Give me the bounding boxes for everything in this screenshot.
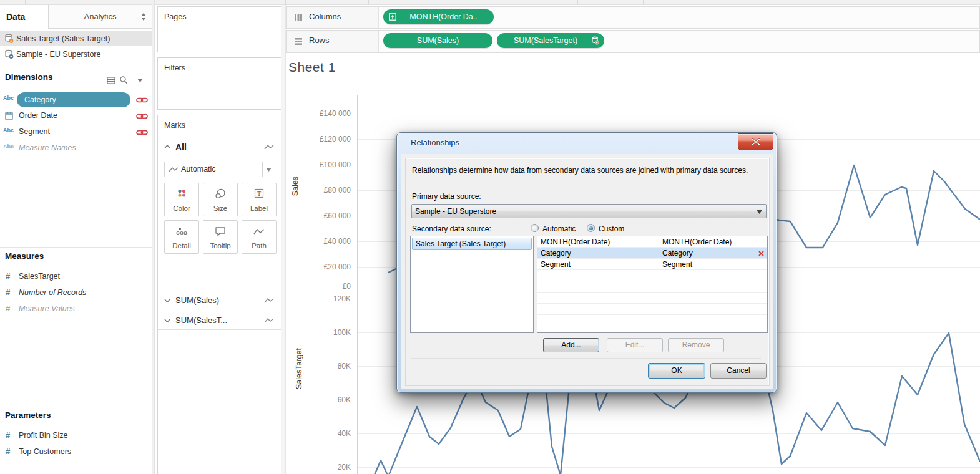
measure-salestarget[interactable]: # SalesTarget: [0, 269, 152, 285]
dialog-description: Relationships determine how data from se…: [412, 165, 752, 176]
columns-shelf-label-cell: Columns: [287, 7, 379, 28]
mapping-row-selected[interactable]: Category Category: [537, 248, 767, 259]
detail-icon: [165, 226, 198, 238]
tab-data[interactable]: Data: [0, 5, 49, 29]
primary-source-dropdown[interactable]: Sample - EU Superstore: [411, 204, 767, 218]
chevron-down-icon[interactable]: [137, 79, 143, 82]
custom-radio[interactable]: [587, 224, 595, 232]
marks-all-section[interactable]: All: [158, 138, 282, 159]
path-icon: [242, 226, 276, 238]
add-button[interactable]: Add...: [543, 338, 599, 352]
toolbar-strip: [0, 0, 980, 5]
sales-axis-title[interactable]: Sales: [291, 177, 300, 196]
path-button[interactable]: Path: [242, 220, 277, 254]
dimension-category[interactable]: Abc Category: [0, 92, 152, 108]
remove-mapping-icon[interactable]: [758, 251, 764, 256]
label-label: Label: [242, 205, 276, 212]
pages-shelf[interactable]: Pages: [157, 6, 282, 52]
category-selected-pill[interactable]: Category: [17, 92, 130, 107]
marks-all-label: All: [175, 142, 187, 152]
secondary-source-item[interactable]: Sales Target (Sales Target): [412, 238, 532, 250]
tab-analytics[interactable]: Analytics: [49, 5, 152, 29]
close-button[interactable]: [738, 133, 773, 150]
axis-tick: £120 000: [320, 135, 351, 143]
primary-field: Category: [541, 249, 571, 258]
sum-sales-section[interactable]: SUM(Sales): [158, 291, 282, 310]
path-label: Path: [242, 242, 276, 249]
pane-collapse-icon[interactable]: [140, 12, 149, 22]
pill-label: SUM(Sales): [417, 36, 459, 45]
mapping-row[interactable]: MONTH(Order Date) MONTH(Order Date): [537, 236, 767, 248]
cancel-button[interactable]: Cancel: [710, 363, 767, 379]
mark-type-dropdown[interactable]: Automatic: [164, 162, 275, 177]
abc-icon: Abc: [3, 127, 16, 137]
measure-number-of-records[interactable]: # Number of Records: [0, 285, 152, 301]
pages-label: Pages: [164, 12, 186, 21]
filters-shelf[interactable]: Filters: [157, 57, 282, 110]
parameter-profit-bin-size[interactable]: # Profit Bin Size: [0, 428, 152, 444]
filters-label: Filters: [164, 64, 185, 72]
chevron-down-icon[interactable]: [164, 319, 170, 322]
tooltip-button[interactable]: Tooltip: [203, 220, 238, 254]
label-button[interactable]: T Label: [242, 183, 277, 216]
link-icon[interactable]: [136, 129, 148, 136]
datasource-sales-target[interactable]: Sales Target (Sales Target): [0, 31, 152, 46]
dimension-segment[interactable]: Abc Segment: [0, 124, 152, 140]
rows-shelf[interactable]: Rows SUM(Sales) SUM(SalesTarget): [286, 30, 980, 53]
chevron-up-icon[interactable]: [164, 145, 170, 148]
rows-label: Rows: [309, 36, 330, 45]
dimension-order-date[interactable]: Order Date: [0, 108, 152, 124]
custom-radio-label[interactable]: Custom: [599, 225, 624, 233]
chevron-down-icon[interactable]: [164, 299, 170, 302]
axis-tick: 80K: [338, 362, 351, 370]
parameter-top-customers[interactable]: # Top Customers: [0, 444, 152, 460]
line-mark-icon: [264, 317, 274, 324]
field-mapping-table[interactable]: MONTH(Order Date) MONTH(Order Date) Cate…: [537, 236, 768, 333]
pill-month-order-date[interactable]: MONTH(Order Da..: [383, 9, 494, 24]
mapping-row-empty: [537, 315, 767, 326]
dimensions-header: Dimensions: [5, 72, 53, 82]
remove-button[interactable]: Remove: [668, 338, 724, 352]
view-data-grid-icon[interactable]: [107, 76, 116, 85]
abc-icon: Abc: [3, 143, 16, 153]
panel-splitter[interactable]: [152, 0, 155, 474]
dimension-measure-names[interactable]: Abc Measure Names: [0, 140, 152, 157]
color-button[interactable]: Color: [164, 183, 199, 216]
datasource-eu-superstore[interactable]: Sample - EU Superstore: [0, 47, 152, 62]
hash-icon: #: [6, 430, 18, 440]
pill-sum-salestarget[interactable]: SUM(SalesTarget): [497, 33, 604, 48]
automatic-radio[interactable]: [531, 224, 539, 232]
secondary-source-label: Secondary data source:: [412, 225, 491, 233]
primary-source-value: Sample - EU Superstore: [415, 207, 496, 216]
hash-icon: #: [6, 271, 18, 281]
detail-button[interactable]: Detail: [164, 220, 199, 254]
edit-button[interactable]: Edit...: [607, 338, 663, 352]
secondary-source-list[interactable]: Sales Target (Sales Target): [410, 236, 534, 333]
dropdown-button[interactable]: [262, 162, 275, 177]
mapping-row[interactable]: Segment Segment: [537, 259, 767, 270]
axis-tick: £0: [343, 282, 351, 291]
salestarget-axis-title[interactable]: SalesTarget: [295, 348, 303, 389]
search-icon[interactable]: [119, 75, 128, 85]
mapping-row-empty: [537, 293, 767, 304]
size-button[interactable]: Size: [203, 183, 238, 216]
ok-button[interactable]: OK: [648, 363, 705, 379]
measure-measure-values[interactable]: # Measure Values: [0, 301, 152, 317]
axis-tick: 100K: [333, 328, 351, 337]
panel-splitter[interactable]: [281, 5, 286, 474]
tableau-window: Data Analytics Sales Target (Sales Targe…: [0, 0, 980, 474]
link-icon[interactable]: [136, 97, 148, 104]
axis-tick: £80 000: [324, 186, 351, 195]
sheet-title[interactable]: Sheet 1: [288, 60, 336, 75]
sum-salestarget-section[interactable]: SUM(SalesT...: [158, 311, 282, 330]
automatic-radio-label[interactable]: Automatic: [542, 225, 576, 233]
columns-shelf[interactable]: Columns MONTH(Order Da..: [286, 6, 980, 29]
link-icon[interactable]: [136, 113, 148, 120]
pill-sum-sales[interactable]: SUM(Sales): [383, 33, 492, 48]
dialog-title: Relationships: [411, 138, 459, 147]
line-mark-icon: [169, 167, 179, 173]
divider: [411, 358, 761, 359]
parameters-header: Parameters: [5, 410, 51, 420]
abc-icon: Abc: [3, 95, 16, 104]
rows-icon: [294, 37, 303, 46]
